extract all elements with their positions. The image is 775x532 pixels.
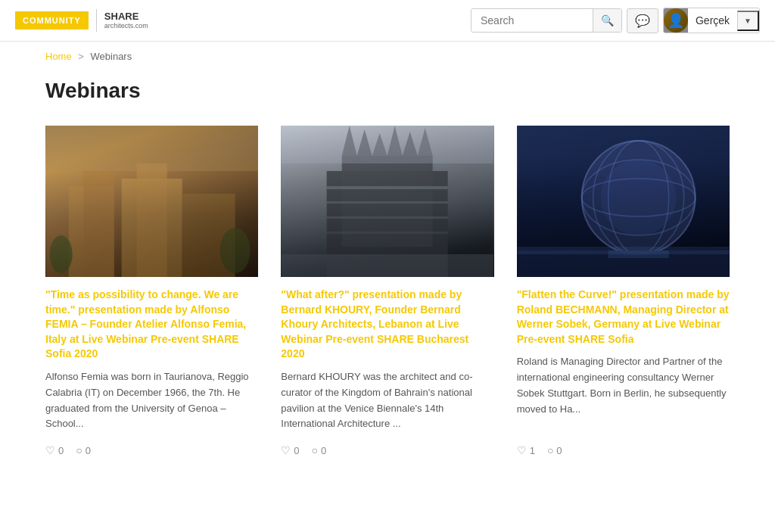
card-2-image [281,126,493,277]
svg-rect-2 [84,171,114,277]
heart-icon-2: ♡ [281,444,291,456]
svg-rect-23 [282,126,493,163]
breadcrumb-home[interactable]: Home [45,51,72,62]
card-2-comments-count: 0 [321,445,326,456]
share-logo-text: SHARE [104,11,148,23]
cards-section: "Time as possibility to change. We are t… [0,126,775,487]
card-3-excerpt: Roland is Managing Director and Partner … [517,354,730,441]
card-1-title[interactable]: "Time as possibility to change. We are t… [45,277,258,369]
svg-point-7 [220,228,251,273]
messages-button[interactable]: 💬 [627,8,658,33]
card-1: "Time as possibility to change. We are t… [45,126,258,456]
svg-rect-18 [327,186,448,189]
heart-icon: ♡ [45,444,55,456]
svg-point-6 [50,235,73,273]
comment-icon: ○ [76,444,82,456]
site-header: COMMUNITY SHARE architects.com 🔍 💬 👤 Ger… [0,0,775,42]
community-logo: COMMUNITY [15,11,89,30]
comment-icon-3: ○ [547,444,553,456]
card-1-likes-count: 0 [58,445,64,456]
card-3-comments-count: 0 [556,445,562,456]
svg-rect-19 [327,201,448,204]
card-3: "Flatten the Curve!" presentation made b… [517,126,730,456]
svg-rect-21 [327,232,448,234]
card-1-meta: ♡ 0 ○ 0 [45,441,258,456]
avatar-image: 👤 [664,8,688,33]
card-1-comments: ○ 0 [76,444,91,456]
svg-point-32 [600,160,676,235]
breadcrumb-separator: > [78,51,84,62]
card-1-image [45,126,258,277]
card-1-likes: ♡ 0 [45,444,64,456]
card-2-likes-count: 0 [294,445,299,456]
svg-rect-4 [137,163,167,277]
svg-rect-20 [327,216,448,219]
share-logo-sub: architects.com [104,22,148,30]
comment-icon-2: ○ [312,444,318,456]
heart-icon-3: ♡ [517,444,527,456]
svg-rect-33 [517,247,729,254]
logo-area: COMMUNITY SHARE architects.com [15,9,148,32]
breadcrumb-current: Webinars [91,51,132,62]
user-name: Gerçek [688,14,737,26]
svg-rect-22 [282,254,493,277]
search-input[interactable] [472,9,593,32]
card-2-title[interactable]: "What after?" presentation made by Berna… [281,277,493,369]
cards-grid: "Time as possibility to change. We are t… [0,126,775,487]
logo-divider [96,9,97,32]
header-right: 🔍 💬 👤 Gerçek ▼ [471,8,760,33]
svg-rect-8 [46,126,258,171]
card-3-comments: ○ 0 [547,444,562,456]
card-3-title[interactable]: "Flatten the Curve!" presentation made b… [517,277,730,354]
card-1-comments-count: 0 [86,445,91,456]
breadcrumb: Home > Webinars [0,42,775,71]
card-3-image [517,126,730,277]
card-2-likes: ♡ 0 [281,444,299,456]
avatar: 👤 [664,8,688,33]
share-logo: SHARE architects.com [104,11,148,30]
card-2-comments: ○ 0 [312,444,327,456]
card-3-likes-count: 1 [530,445,535,456]
search-box: 🔍 [471,8,622,33]
card-3-likes: ♡ 1 [517,444,535,456]
card-2-meta: ♡ 0 ○ 0 [281,441,493,456]
card-3-meta: ♡ 1 ○ 0 [517,441,730,456]
card-2: "What after?" presentation made by Berna… [281,126,493,456]
user-dropdown-button[interactable]: ▼ [737,11,759,31]
search-button[interactable]: 🔍 [593,9,621,32]
card-1-excerpt: Alfonso Femia was born in Taurianova, Re… [45,369,258,441]
page-title: Webinars [0,71,775,126]
card-2-excerpt: Bernard KHOURY was the architect and co-… [281,369,493,441]
user-area: 👤 Gerçek ▼ [663,8,760,33]
